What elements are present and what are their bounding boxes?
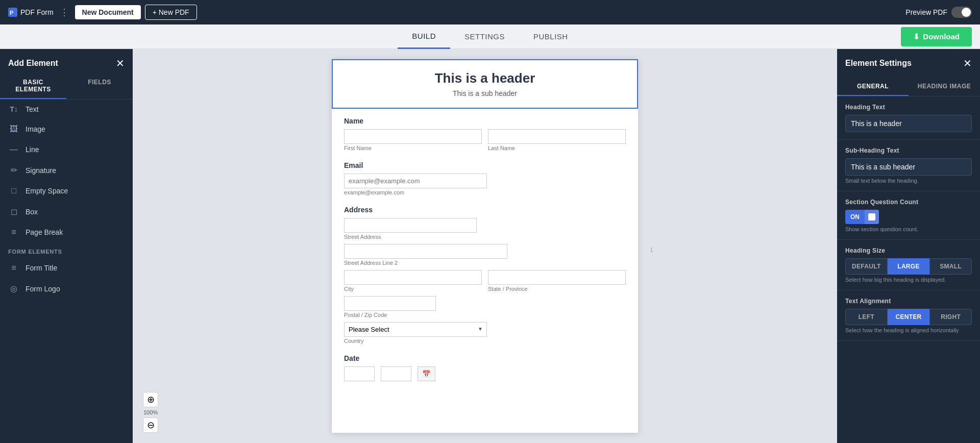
country-label: Country: [344, 338, 626, 344]
sub-heading-input[interactable]: [845, 158, 972, 176]
left-item-empty-space[interactable]: □ Empty Space: [0, 181, 133, 201]
left-item-form-title[interactable]: ≡ Form Title: [0, 258, 133, 278]
left-item-box[interactable]: ◻ Box: [0, 201, 133, 222]
left-tab-fields[interactable]: FIELDS: [66, 73, 133, 99]
left-item-page-break[interactable]: ≡ Page Break: [0, 222, 133, 242]
toggle-switch: [865, 210, 879, 224]
size-large-button[interactable]: LARGE: [888, 258, 930, 275]
align-center-button[interactable]: CENTER: [888, 309, 930, 325]
element-settings-title: Element Settings: [845, 59, 912, 68]
question-count-toggle[interactable]: ON: [845, 210, 879, 224]
align-left-button[interactable]: LEFT: [845, 309, 888, 325]
left-item-line[interactable]: — Line: [0, 139, 133, 160]
nav-tabs-bar: BUILD SETTINGS PUBLISH ⬇ Download: [0, 24, 980, 49]
heading-size-label: Heading Size: [845, 247, 972, 254]
tab-settings[interactable]: SETTINGS: [450, 25, 519, 48]
form-section-address: Address Street Address Street Address Li…: [344, 206, 626, 344]
right-panel: Element Settings ✕ GENERAL HEADING IMAGE…: [837, 49, 980, 443]
left-tab-basic[interactable]: BASIC ELEMENTS: [0, 73, 66, 99]
form-body: Name First Name Last Name Emai: [332, 109, 638, 400]
country-select[interactable]: Please Select: [344, 322, 487, 337]
alignment-label: Text Alignment: [845, 298, 972, 305]
signature-icon: ✏: [8, 165, 19, 175]
preview-toggle[interactable]: [951, 7, 972, 18]
city-state-row: City State / Province: [344, 270, 626, 292]
form-title-icon: ≡: [8, 263, 19, 273]
sub-heading-hint: Small text below the heading.: [845, 178, 972, 184]
app-name: PDF Form: [20, 8, 54, 16]
heading-size-section: Heading Size DEFAULT LARGE SMALL Select …: [837, 240, 980, 290]
right-tabs: GENERAL HEADING IMAGE: [837, 78, 980, 96]
form-header-title: This is a header: [343, 70, 627, 86]
date-picker-button[interactable]: 📅: [418, 366, 435, 381]
date-month-input[interactable]: [344, 366, 375, 381]
address-label: Address: [344, 206, 626, 214]
heading-text-section: Heading Text: [837, 96, 980, 140]
text-alignment-section: Text Alignment LEFT CENTER RIGHT Select …: [837, 290, 980, 341]
left-item-form-logo[interactable]: ◎ Form Logo: [0, 278, 133, 299]
email-input[interactable]: [344, 174, 487, 188]
city-field: City: [344, 270, 482, 292]
street-address2-input[interactable]: [344, 244, 507, 259]
city-input[interactable]: [344, 270, 482, 285]
zoom-out-button[interactable]: ⊖: [143, 417, 158, 433]
heading-size-hint: Select how big this heading is displayed…: [845, 277, 972, 283]
left-item-text[interactable]: T↕ Text: [0, 100, 133, 119]
tab-build[interactable]: BUILD: [398, 24, 450, 49]
size-default-button[interactable]: DEFAULT: [845, 258, 888, 275]
image-icon: 🖼: [8, 125, 19, 134]
form-header[interactable]: This is a header This is a sub header: [332, 59, 638, 109]
form-elements-label: FORM ELEMENTS: [0, 242, 133, 258]
new-document-button[interactable]: New Document: [75, 5, 141, 19]
left-panel-header: Add Element ✕: [0, 49, 133, 73]
name-fields-row: First Name Last Name: [344, 129, 626, 151]
left-item-image[interactable]: 🖼 Image: [0, 119, 133, 139]
preview-label: Preview PDF: [905, 8, 947, 16]
form-section-name: Name First Name Last Name: [344, 117, 626, 151]
date-day-input[interactable]: [381, 366, 411, 381]
postal-input[interactable]: [344, 296, 436, 311]
close-right-panel-button[interactable]: ✕: [963, 57, 972, 69]
first-name-field: First Name: [344, 129, 482, 151]
left-item-signature[interactable]: ✏ Signature: [0, 160, 133, 181]
heading-text-input[interactable]: [845, 115, 972, 132]
right-tab-general[interactable]: GENERAL: [837, 78, 909, 96]
alignment-group: LEFT CENTER RIGHT: [845, 309, 972, 325]
first-name-label: First Name: [344, 145, 482, 151]
empty-space-icon: □: [8, 186, 19, 195]
last-name-input[interactable]: [488, 129, 626, 144]
size-small-button[interactable]: SMALL: [929, 258, 972, 275]
form-header-sub: This is a sub header: [343, 89, 627, 97]
zoom-in-button[interactable]: ⊕: [143, 392, 158, 407]
street-address2-label: Street Address Line 2: [344, 260, 626, 266]
svg-text:P: P: [10, 10, 13, 16]
kebab-menu-button[interactable]: ⋮: [58, 7, 71, 18]
right-tab-heading-image[interactable]: HEADING IMAGE: [909, 78, 980, 96]
street-address-input[interactable]: [344, 218, 477, 233]
email-label: Email: [344, 161, 626, 169]
sub-heading-label: Sub-Heading Text: [845, 147, 972, 154]
sub-heading-section: Sub-Heading Text Small text below the he…: [837, 140, 980, 191]
first-name-input[interactable]: [344, 129, 482, 144]
zoom-controls: ⊕ 100% ⊖: [143, 392, 158, 433]
postal-label: Postal / Zip Code: [344, 312, 626, 318]
form-section-date: Date 📅: [344, 354, 626, 381]
state-label: State / Province: [488, 286, 626, 292]
country-select-wrapper: Please Select: [344, 322, 487, 337]
question-count-section: Section Question Count ON Show section q…: [837, 191, 980, 240]
state-input[interactable]: [488, 270, 626, 285]
form-section-email: Email example@example.com: [344, 161, 626, 195]
close-left-panel-button[interactable]: ✕: [116, 57, 125, 69]
topbar: P PDF Form ⋮ New Document + New PDF Prev…: [0, 0, 980, 24]
street-address-row: Street Address: [344, 218, 626, 240]
question-count-toggle-group: ON: [845, 210, 972, 224]
tab-publish[interactable]: PUBLISH: [519, 25, 582, 48]
canvas-page: This is a header This is a sub header Na…: [332, 59, 638, 433]
left-tabs: BASIC ELEMENTS FIELDS: [0, 73, 133, 100]
city-label: City: [344, 286, 482, 292]
name-label: Name: [344, 117, 626, 125]
align-right-button[interactable]: RIGHT: [929, 309, 972, 325]
download-button[interactable]: ⬇ Download: [901, 27, 972, 46]
new-pdf-button[interactable]: + New PDF: [145, 5, 197, 20]
right-panel-header: Element Settings ✕: [837, 49, 980, 78]
